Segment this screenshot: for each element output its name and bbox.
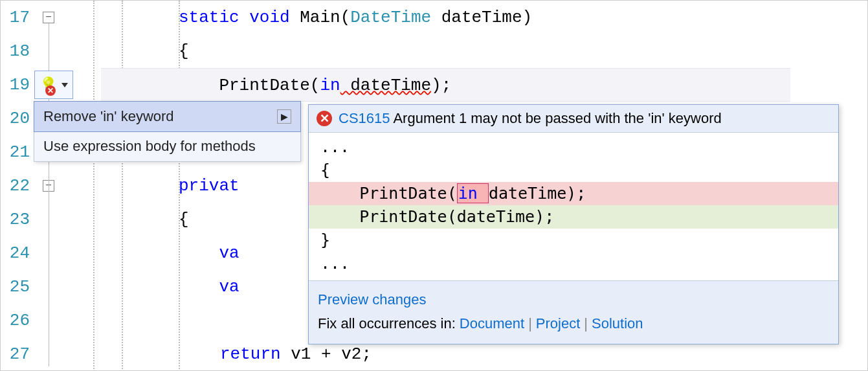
keyword-var: va bbox=[179, 243, 239, 263]
separator: | bbox=[528, 315, 532, 332]
line-number: 23 bbox=[1, 203, 30, 236]
code-line[interactable]: { bbox=[101, 34, 790, 68]
code-text: PrintDate( bbox=[179, 76, 320, 95]
keyword-static: static bbox=[179, 8, 239, 27]
type-name: DateTime bbox=[350, 8, 431, 27]
keyword-return: return bbox=[220, 344, 281, 364]
error-code: CS1615 bbox=[339, 110, 390, 126]
line-number: 20 bbox=[1, 102, 30, 135]
line-number: 27 bbox=[1, 337, 30, 371]
line-number: 24 bbox=[1, 236, 30, 270]
lightbulb-button[interactable]: 💡 ✕ bbox=[34, 71, 73, 99]
quick-action-expression-body[interactable]: Use expression body for methods bbox=[34, 131, 300, 161]
diff-ellipsis: ... bbox=[309, 252, 838, 275]
fix-project-link[interactable]: Project bbox=[536, 315, 580, 332]
line-number: 18 bbox=[1, 34, 30, 68]
line-number: 19 bbox=[1, 68, 30, 102]
removed-token: in bbox=[457, 183, 489, 203]
diff-line: } bbox=[309, 229, 838, 252]
code-line[interactable]: static void Main(DateTime dateTime) bbox=[101, 1, 790, 34]
code-line-active[interactable]: PrintDate(in dateTime); bbox=[101, 68, 790, 102]
fix-solution-link[interactable]: Solution bbox=[592, 315, 643, 332]
code-text: ); bbox=[431, 76, 451, 95]
quick-action-remove-in[interactable]: Remove 'in' keyword ▶ bbox=[34, 101, 301, 132]
preview-changes-link[interactable]: Preview changes bbox=[318, 291, 427, 308]
keyword-void: void bbox=[239, 8, 290, 27]
separator: | bbox=[584, 315, 588, 332]
code-text: Main( bbox=[290, 8, 351, 27]
line-number: 17 bbox=[1, 1, 30, 34]
diff-added-line: PrintDate(dateTime); bbox=[309, 205, 838, 229]
fix-preview-flyout: ✕ CS1615 Argument 1 may not be passed wi… bbox=[308, 104, 839, 344]
fix-document-link[interactable]: Document bbox=[460, 315, 524, 332]
error-icon: ✕ bbox=[317, 111, 332, 126]
code-text: dateTime); bbox=[489, 184, 586, 203]
code-text: v1 + v2; bbox=[281, 344, 372, 364]
fold-toggle-icon[interactable]: − bbox=[43, 12, 54, 23]
fold-gutter: − − bbox=[36, 1, 62, 371]
menu-item-label: Use expression body for methods bbox=[43, 138, 256, 155]
diff-line: { bbox=[309, 159, 838, 182]
menu-item-label: Remove 'in' keyword bbox=[43, 108, 174, 125]
diff-preview: ... { PrintDate(in dateTime); PrintDate(… bbox=[309, 133, 838, 280]
line-number: 21 bbox=[1, 135, 30, 169]
chevron-down-icon bbox=[61, 83, 68, 87]
diff-ellipsis: ... bbox=[309, 135, 838, 159]
line-number: 25 bbox=[1, 270, 30, 304]
preview-footer: Preview changes Fix all occurrences in: … bbox=[309, 280, 838, 344]
line-number-gutter: 17 18 19 20 21 22 23 24 25 26 27 bbox=[1, 1, 36, 371]
keyword-in: in bbox=[320, 76, 340, 95]
submenu-arrow-icon: ▶ bbox=[277, 109, 291, 124]
keyword-private: privat bbox=[179, 176, 239, 196]
line-number: 26 bbox=[1, 304, 30, 337]
preview-header: ✕ CS1615 Argument 1 may not be passed wi… bbox=[309, 105, 838, 133]
code-text: dateTime) bbox=[431, 8, 532, 27]
line-number: 22 bbox=[1, 169, 30, 203]
code-text: { bbox=[179, 41, 189, 61]
error-overlay-icon: ✕ bbox=[45, 85, 56, 96]
quick-actions-menu: Remove 'in' keyword ▶ Use expression bod… bbox=[34, 101, 301, 162]
keyword-var: va bbox=[179, 277, 239, 297]
fix-all-label: Fix all occurrences in: bbox=[318, 315, 460, 332]
diff-removed-line: PrintDate(in dateTime); bbox=[309, 182, 838, 205]
error-message: Argument 1 may not be passed with the 'i… bbox=[393, 110, 721, 126]
error-span: dateTime bbox=[340, 76, 431, 95]
code-text: { bbox=[179, 210, 189, 229]
code-text: PrintDate( bbox=[320, 184, 457, 203]
